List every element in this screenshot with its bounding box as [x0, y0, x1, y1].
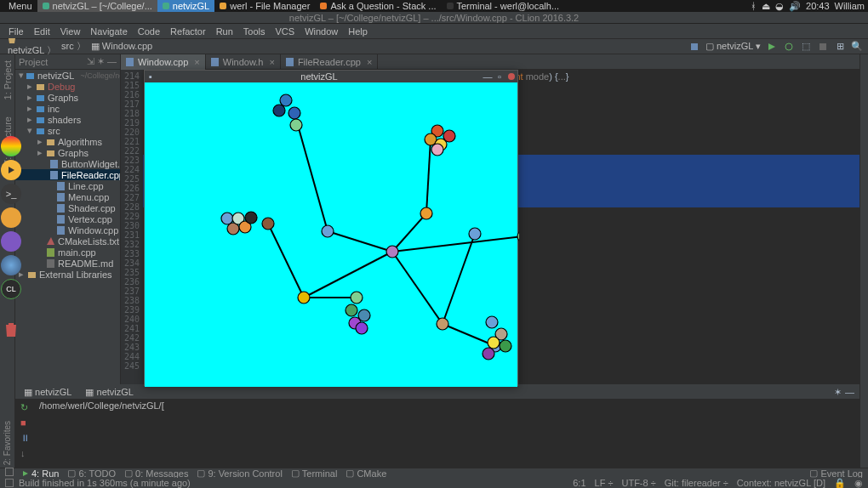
bluetooth-icon[interactable]: ᚼ — [751, 1, 757, 12]
menu-edit[interactable]: Edit — [29, 26, 55, 37]
taskbar-window[interactable]: Terminal - werl@localh... — [442, 0, 565, 12]
signal-icon[interactable]: ◒ — [775, 1, 784, 12]
run-tab[interactable]: ▦ netvizGL — [82, 387, 136, 398]
tree-node[interactable]: ▸Graphs — [15, 92, 120, 103]
close-tab-icon[interactable]: × — [194, 57, 199, 67]
files-app-icon[interactable] — [1, 207, 21, 228]
context[interactable]: Context: netvizGL [D] — [737, 478, 825, 489]
play-app-icon[interactable] — [1, 160, 21, 180]
caret-pos[interactable]: 6:1 — [573, 478, 585, 489]
tree-node[interactable]: ▾src — [15, 125, 120, 136]
search-icon[interactable]: 🔍 — [851, 41, 863, 53]
tree-node[interactable]: Vertex.cpp — [15, 213, 120, 224]
user-name[interactable]: William — [835, 1, 865, 12]
stop-icon[interactable] — [817, 41, 829, 53]
stop-run-icon[interactable]: ■ — [20, 417, 32, 429]
terminal-app-icon[interactable]: >_ — [1, 184, 21, 204]
encoding[interactable]: UTF-8 ÷ — [621, 478, 655, 489]
pidgin-icon[interactable] — [1, 231, 21, 252]
close-window-icon[interactable] — [506, 71, 517, 82]
taskbar-window[interactable]: netvizGL – [~/College/... — [37, 0, 157, 12]
tree-node[interactable]: ▸shaders — [15, 114, 120, 125]
taskbar-window[interactable]: werl - File Manager — [214, 0, 315, 12]
clock[interactable]: 20:43 — [806, 1, 830, 12]
chrome-icon[interactable] — [1, 136, 21, 156]
gear-icon[interactable]: ✶ — [834, 387, 842, 398]
tree-node[interactable]: Line.cpp — [15, 180, 120, 191]
settings-app-icon[interactable] — [1, 255, 21, 275]
minimize-icon[interactable]: — — [845, 387, 854, 397]
close-tab-icon[interactable]: × — [269, 57, 274, 67]
tree-node[interactable]: ButtonWidget.cpp — [15, 158, 120, 169]
hide-icon[interactable]: — — [107, 56, 117, 67]
project-tree[interactable]: ▾netvizGL~/College/netvizGL▸Debug▸Graphs… — [15, 70, 120, 280]
run-output[interactable]: ↻ ■ ⏸ ↓ ⌕ /home/werl/College/netvizGL/[ — [15, 399, 859, 477]
tree-node[interactable]: Shader.cpp — [15, 202, 120, 213]
run-config-select[interactable]: ▢ netvizGL ▾ — [705, 41, 761, 52]
tree-node[interactable]: ▾netvizGL~/College/netvizGL — [15, 70, 120, 81]
svg-rect-11 — [47, 259, 54, 268]
tree-node[interactable]: Window.cpp — [15, 224, 120, 235]
menu-refactor[interactable]: Refactor — [165, 26, 211, 37]
editor-tab[interactable]: FileReader.cpp× — [281, 54, 378, 70]
lock-icon[interactable]: 🔒 — [834, 478, 846, 489]
editor-tab[interactable]: Window.cpp× — [121, 54, 206, 70]
tree-node[interactable]: CMakeLists.txt — [15, 235, 120, 247]
down-icon[interactable]: ↓ — [20, 448, 32, 460]
debug-icon[interactable] — [783, 41, 795, 53]
settings-icon[interactable]: ✶ — [97, 56, 105, 67]
svg-line-20 — [392, 236, 519, 252]
tree-node[interactable]: main.cpp — [15, 247, 120, 258]
tree-node[interactable]: ▸External Libraries — [15, 269, 120, 280]
menu-help[interactable]: Help — [343, 26, 373, 37]
left-tool-project[interactable]: 1: Project — [3, 58, 13, 102]
app-menu-icon[interactable]: ▪ — [146, 71, 156, 82]
build-icon[interactable] — [688, 41, 700, 53]
clion-app-icon[interactable]: CL — [1, 279, 21, 299]
taskbar-window[interactable]: netvizGL — [157, 0, 214, 12]
pause-icon[interactable]: ⏸ — [20, 433, 32, 445]
network-icon[interactable]: ⏏ — [762, 1, 770, 12]
editor-tab[interactable]: Window.h× — [206, 54, 281, 70]
minimize-window-icon[interactable]: — — [483, 71, 493, 82]
maximize-window-icon[interactable]: ▫ — [494, 71, 505, 82]
taskbar-window[interactable]: Ask a Question - Stack ... — [315, 0, 441, 12]
inspector-icon[interactable]: ◉ — [854, 478, 863, 489]
close-tab-icon[interactable]: × — [367, 57, 372, 67]
menu-code[interactable]: Code — [133, 26, 165, 37]
tree-node[interactable]: README.md — [15, 258, 120, 269]
tree-node[interactable]: Menu.cpp — [15, 191, 120, 202]
menu-view[interactable]: View — [55, 26, 86, 37]
breadcrumb-item[interactable]: ▦ Window.cpp — [89, 41, 155, 52]
menu-navigate[interactable]: Navigate — [85, 26, 132, 37]
tw-toggle[interactable] — [5, 468, 14, 476]
layout-icon[interactable]: ⊞ — [834, 41, 846, 53]
left-tool-favorites[interactable]: 2: Favorites — [3, 418, 12, 468]
run-tab[interactable]: ▦ netvizGL — [20, 387, 75, 398]
menu-run[interactable]: Run — [211, 26, 238, 37]
tree-node[interactable]: FileReader.cpp — [15, 169, 120, 180]
tree-node[interactable]: ▸inc — [15, 103, 120, 114]
menu-vcs[interactable]: VCS — [271, 26, 300, 37]
menu-tools[interactable]: Tools — [238, 26, 271, 37]
netvizgl-window[interactable]: ▪ netvizGL — ▫ — [144, 70, 518, 386]
status-toggle[interactable] — [5, 479, 14, 487]
tree-node[interactable]: ▸Algorithms — [15, 136, 120, 147]
tree-node[interactable]: ▸Debug — [15, 81, 120, 92]
rerun-icon[interactable]: ↻ — [20, 402, 32, 414]
os-menu[interactable]: Menu — [3, 0, 37, 12]
volume-icon[interactable]: 🔊 — [789, 1, 801, 12]
run-icon[interactable] — [766, 41, 778, 53]
graph-canvas[interactable] — [145, 82, 517, 387]
tree-node[interactable]: ▸Graphs — [15, 147, 120, 158]
collapse-icon[interactable]: ⇲ — [87, 56, 94, 67]
menu-file[interactable]: File — [3, 26, 29, 37]
coverage-icon[interactable]: ⬚ — [800, 41, 812, 53]
system-tray[interactable]: ᚼ ⏏ ◒ 🔊 20:43 William — [751, 1, 865, 12]
git-branch[interactable]: Git: filereader ÷ — [665, 478, 728, 489]
netvizgl-titlebar[interactable]: ▪ netvizGL — ▫ — [145, 71, 517, 82]
line-ending[interactable]: LF ÷ — [595, 478, 614, 489]
breadcrumb-item[interactable]: src 〉 — [59, 40, 89, 53]
trash-icon[interactable] — [1, 320, 21, 340]
menu-window[interactable]: Window — [300, 26, 343, 37]
